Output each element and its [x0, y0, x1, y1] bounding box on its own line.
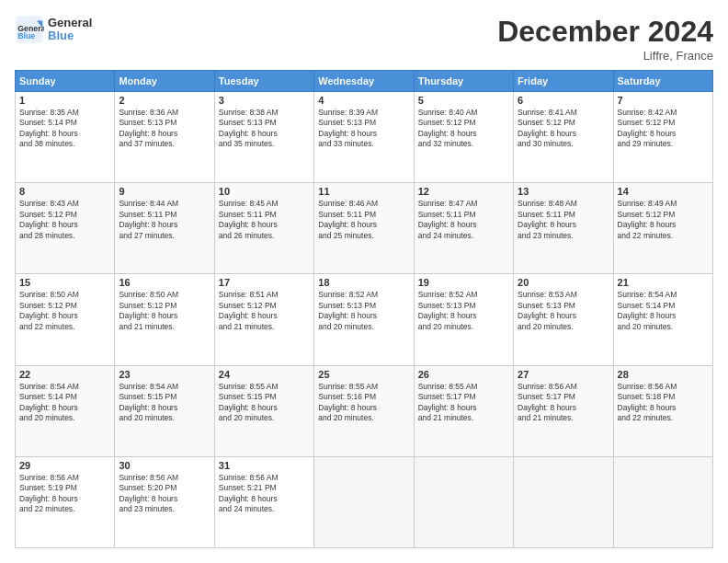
day-info: Sunrise: 8:50 AM Sunset: 5:12 PM Dayligh… [19, 290, 110, 332]
day-number: 28 [618, 369, 709, 380]
day-info: Sunrise: 8:54 AM Sunset: 5:15 PM Dayligh… [119, 382, 210, 424]
day-number: 18 [318, 277, 409, 288]
daylight-minutes: and 20 minutes. [618, 322, 673, 331]
daylight-minutes: and 24 minutes. [418, 231, 473, 240]
calendar-cell: 30 Sunrise: 8:56 AM Sunset: 5:20 PM Dayl… [115, 456, 214, 547]
day-number: 9 [119, 186, 210, 197]
title-block: December 2024 Liffre, France [497, 15, 713, 63]
daylight-minutes: and 26 minutes. [219, 231, 274, 240]
calendar-row: 8 Sunrise: 8:43 AM Sunset: 5:12 PM Dayli… [16, 183, 713, 274]
sunset-label: Sunset: 5:13 PM [119, 118, 176, 127]
daylight-minutes: and 22 minutes. [618, 231, 673, 240]
calendar-cell: 8 Sunrise: 8:43 AM Sunset: 5:12 PM Dayli… [16, 183, 115, 274]
daylight-label: Daylight: 8 hours [19, 220, 78, 229]
day-number: 10 [219, 186, 310, 197]
day-number: 24 [219, 369, 310, 380]
daylight-minutes: and 24 minutes. [219, 504, 274, 513]
sunrise-label: Sunrise: 8:52 AM [318, 290, 378, 299]
calendar-cell: 26 Sunrise: 8:55 AM Sunset: 5:17 PM Dayl… [414, 365, 513, 456]
sunset-label: Sunset: 5:16 PM [318, 392, 376, 401]
sunset-label: Sunset: 5:11 PM [119, 210, 176, 219]
daylight-minutes: and 21 minutes. [518, 413, 573, 422]
calendar-cell: 9 Sunrise: 8:44 AM Sunset: 5:11 PM Dayli… [115, 183, 214, 274]
calendar-cell: 13 Sunrise: 8:48 AM Sunset: 5:11 PM Dayl… [514, 183, 613, 274]
sunrise-label: Sunrise: 8:36 AM [119, 108, 178, 117]
sunset-label: Sunset: 5:12 PM [219, 301, 277, 310]
sunrise-label: Sunrise: 8:45 AM [219, 199, 279, 208]
daylight-label: Daylight: 8 hours [418, 311, 477, 320]
calendar-cell: 25 Sunrise: 8:55 AM Sunset: 5:16 PM Dayl… [314, 365, 414, 456]
calendar-cell [613, 456, 712, 547]
calendar-cell: 29 Sunrise: 8:56 AM Sunset: 5:19 PM Dayl… [16, 456, 115, 547]
daylight-minutes: and 37 minutes. [119, 139, 174, 148]
sunset-label: Sunset: 5:19 PM [19, 483, 77, 492]
daylight-label: Daylight: 8 hours [19, 403, 78, 412]
sunrise-label: Sunrise: 8:40 AM [418, 108, 478, 117]
day-info: Sunrise: 8:56 AM Sunset: 5:19 PM Dayligh… [19, 473, 110, 515]
day-info: Sunrise: 8:35 AM Sunset: 5:14 PM Dayligh… [19, 108, 110, 150]
sunset-label: Sunset: 5:12 PM [19, 301, 77, 310]
sunset-label: Sunset: 5:12 PM [19, 210, 77, 219]
daylight-minutes: and 21 minutes. [119, 322, 174, 331]
day-number: 4 [318, 95, 409, 106]
sunset-label: Sunset: 5:15 PM [119, 392, 176, 401]
sunrise-label: Sunrise: 8:46 AM [318, 199, 378, 208]
sunset-label: Sunset: 5:13 PM [518, 301, 575, 310]
sunset-label: Sunset: 5:17 PM [518, 392, 575, 401]
day-info: Sunrise: 8:52 AM Sunset: 5:13 PM Dayligh… [418, 290, 509, 332]
calendar-cell: 28 Sunrise: 8:56 AM Sunset: 5:18 PM Dayl… [613, 365, 712, 456]
sunset-label: Sunset: 5:13 PM [318, 118, 376, 127]
daylight-label: Daylight: 8 hours [418, 220, 477, 229]
day-info: Sunrise: 8:54 AM Sunset: 5:14 PM Dayligh… [19, 382, 110, 424]
calendar-cell: 4 Sunrise: 8:39 AM Sunset: 5:13 PM Dayli… [314, 92, 414, 183]
daylight-label: Daylight: 8 hours [119, 220, 177, 229]
sunset-label: Sunset: 5:14 PM [19, 392, 77, 401]
day-number: 30 [119, 460, 210, 471]
daylight-label: Daylight: 8 hours [19, 494, 78, 503]
sunset-label: Sunset: 5:11 PM [219, 210, 277, 219]
day-number: 19 [418, 277, 509, 288]
calendar-cell: 15 Sunrise: 8:50 AM Sunset: 5:12 PM Dayl… [16, 274, 115, 365]
calendar-cell: 18 Sunrise: 8:52 AM Sunset: 5:13 PM Dayl… [314, 274, 414, 365]
sunset-label: Sunset: 5:13 PM [418, 301, 476, 310]
day-number: 26 [418, 369, 509, 380]
day-info: Sunrise: 8:55 AM Sunset: 5:16 PM Dayligh… [318, 382, 409, 424]
col-sunday: Sunday [16, 71, 115, 92]
sunrise-label: Sunrise: 8:54 AM [119, 382, 178, 391]
day-info: Sunrise: 8:56 AM Sunset: 5:21 PM Dayligh… [219, 473, 310, 515]
sunset-label: Sunset: 5:11 PM [318, 210, 376, 219]
calendar-cell: 17 Sunrise: 8:51 AM Sunset: 5:12 PM Dayl… [214, 274, 313, 365]
day-info: Sunrise: 8:44 AM Sunset: 5:11 PM Dayligh… [119, 199, 210, 241]
calendar-cell: 22 Sunrise: 8:54 AM Sunset: 5:14 PM Dayl… [16, 365, 115, 456]
sunrise-label: Sunrise: 8:50 AM [119, 290, 178, 299]
calendar-cell: 27 Sunrise: 8:56 AM Sunset: 5:17 PM Dayl… [514, 365, 613, 456]
sunrise-label: Sunrise: 8:56 AM [219, 473, 279, 482]
sunrise-label: Sunrise: 8:55 AM [219, 382, 279, 391]
day-number: 12 [418, 186, 509, 197]
sunset-label: Sunset: 5:15 PM [219, 392, 277, 401]
daylight-minutes: and 38 minutes. [19, 139, 74, 148]
sunrise-label: Sunrise: 8:50 AM [19, 290, 79, 299]
day-info: Sunrise: 8:55 AM Sunset: 5:17 PM Dayligh… [418, 382, 509, 424]
day-number: 27 [518, 369, 609, 380]
day-number: 17 [219, 277, 310, 288]
daylight-label: Daylight: 8 hours [518, 129, 576, 138]
day-number: 2 [119, 95, 210, 106]
calendar-row: 15 Sunrise: 8:50 AM Sunset: 5:12 PM Dayl… [16, 274, 713, 365]
day-info: Sunrise: 8:52 AM Sunset: 5:13 PM Dayligh… [318, 290, 409, 332]
calendar-cell: 16 Sunrise: 8:50 AM Sunset: 5:12 PM Dayl… [115, 274, 214, 365]
col-saturday: Saturday [613, 71, 712, 92]
col-monday: Monday [115, 71, 214, 92]
day-info: Sunrise: 8:40 AM Sunset: 5:12 PM Dayligh… [418, 108, 509, 150]
daylight-label: Daylight: 8 hours [418, 403, 477, 412]
day-number: 21 [618, 277, 709, 288]
day-info: Sunrise: 8:41 AM Sunset: 5:12 PM Dayligh… [518, 108, 609, 150]
day-info: Sunrise: 8:36 AM Sunset: 5:13 PM Dayligh… [119, 108, 210, 150]
logo-icon: General Blue [15, 15, 44, 44]
calendar-cell: 2 Sunrise: 8:36 AM Sunset: 5:13 PM Dayli… [115, 92, 214, 183]
day-info: Sunrise: 8:47 AM Sunset: 5:11 PM Dayligh… [418, 199, 509, 241]
day-number: 3 [219, 95, 310, 106]
day-info: Sunrise: 8:53 AM Sunset: 5:13 PM Dayligh… [518, 290, 609, 332]
calendar-table: Sunday Monday Tuesday Wednesday Thursday… [15, 70, 713, 548]
day-number: 5 [418, 95, 509, 106]
